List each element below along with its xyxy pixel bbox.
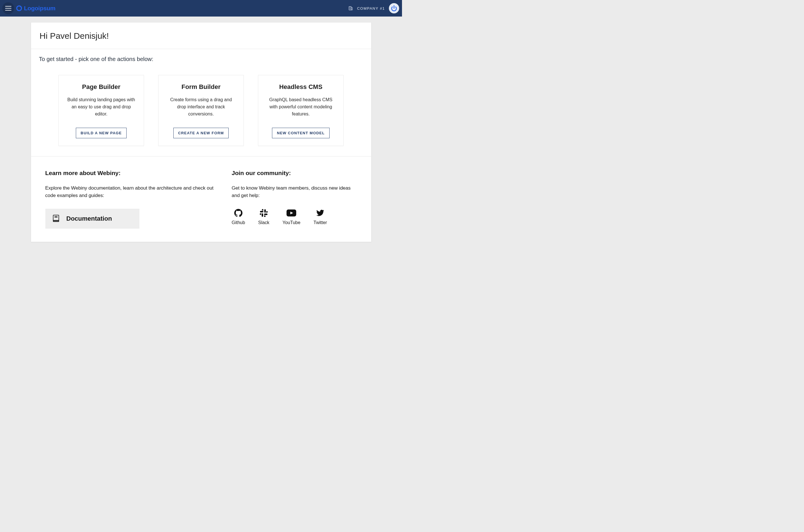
twitter-link[interactable]: Twitter <box>313 209 327 225</box>
welcome-section: Hi Pavel Denisjuk! <box>31 22 371 49</box>
community-paragraph: Get to know Webiny team members, discuss… <box>231 185 357 199</box>
learn-paragraph: Explore the Webiny documentation, learn … <box>45 185 215 199</box>
svg-rect-1 <box>349 6 351 10</box>
learn-column: Learn more about Webiny: Explore the Web… <box>45 170 215 229</box>
headless-cms-title: Headless CMS <box>279 83 323 91</box>
youtube-icon <box>287 209 296 217</box>
create-new-form-button[interactable]: CREATE A NEW FORM <box>173 128 229 138</box>
twitter-label: Twitter <box>313 220 327 225</box>
app-header: Logoipsum COMPANY #1 <box>0 0 402 17</box>
social-links-row: Github Slack YouTube <box>231 209 357 225</box>
form-builder-card: Form Builder Create forms using a drag a… <box>158 75 244 146</box>
slack-label: Slack <box>258 220 269 225</box>
user-menu-button[interactable] <box>389 3 399 13</box>
logo-text: Logoipsum <box>24 5 55 12</box>
header-right: COMPANY #1 <box>348 3 399 13</box>
github-label: Github <box>231 220 245 225</box>
page-builder-card: Page Builder Build stunning landing page… <box>58 75 144 146</box>
slack-icon <box>260 209 268 217</box>
youtube-link[interactable]: YouTube <box>283 209 301 225</box>
page-builder-title: Page Builder <box>82 83 120 91</box>
header-left: Logoipsum <box>2 2 55 14</box>
hamburger-icon <box>5 6 12 11</box>
twitter-icon <box>315 209 325 217</box>
resources-section: Learn more about Webiny: Explore the Web… <box>31 156 371 242</box>
learn-heading: Learn more about Webiny: <box>45 170 215 176</box>
menu-toggle-button[interactable] <box>2 2 14 14</box>
welcome-heading: Hi Pavel Denisjuk! <box>40 31 363 41</box>
company-selector[interactable]: COMPANY #1 <box>357 6 385 11</box>
getting-started-lead: To get started - pick one of the actions… <box>39 56 363 62</box>
new-content-model-button[interactable]: NEW CONTENT MODEL <box>272 128 330 138</box>
headless-cms-card: Headless CMS GraphQL based headless CMS … <box>258 75 344 146</box>
form-builder-title: Form Builder <box>181 83 221 91</box>
power-icon <box>391 5 397 12</box>
build-new-page-button[interactable]: BUILD A NEW PAGE <box>76 128 127 138</box>
documentation-label: Documentation <box>66 215 112 222</box>
getting-started-section: To get started - pick one of the actions… <box>31 49 371 156</box>
github-link[interactable]: Github <box>231 209 245 225</box>
app-logo[interactable]: Logoipsum <box>16 5 55 12</box>
dashboard-card: Hi Pavel Denisjuk! To get started - pick… <box>31 22 371 242</box>
form-builder-desc: Create forms using a drag and drop inter… <box>165 96 237 117</box>
headless-cms-desc: GraphQL based headless CMS with powerful… <box>265 96 337 117</box>
logo-icon <box>16 5 22 12</box>
book-icon <box>52 214 60 223</box>
building-icon <box>348 6 353 11</box>
github-icon <box>234 209 243 217</box>
youtube-label: YouTube <box>283 220 301 225</box>
community-heading: Join our community: <box>231 170 357 176</box>
action-cards-row: Page Builder Build stunning landing page… <box>39 75 363 146</box>
slack-link[interactable]: Slack <box>258 209 269 225</box>
page-builder-desc: Build stunning landing pages with an eas… <box>65 96 137 117</box>
svg-rect-2 <box>351 7 352 10</box>
documentation-link[interactable]: Documentation <box>45 209 139 229</box>
svg-rect-10 <box>53 215 59 222</box>
community-column: Join our community: Get to know Webiny t… <box>231 170 357 229</box>
